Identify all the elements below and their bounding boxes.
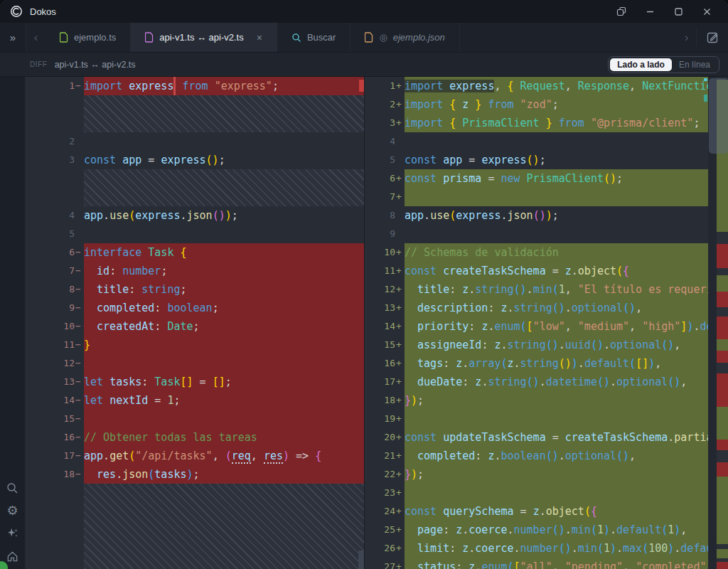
line-number-gutter: 11+: [365, 262, 405, 280]
code-line[interactable]: 15−: [26, 410, 364, 428]
diff-filler-hatch: [84, 484, 364, 569]
line-number-gutter: 13−: [26, 373, 84, 391]
line-number-gutter: 23+: [365, 484, 405, 502]
ruler-segment-deleted: [717, 373, 728, 407]
chevron-left-icon: ‹: [34, 31, 38, 45]
code-line[interactable]: 1−import express from "express";: [26, 77, 364, 95]
left-scrollbar-thumb[interactable]: [358, 551, 364, 569]
line-number-gutter: 21+: [365, 447, 405, 465]
code-line[interactable]: 17−app.get("/api/tasks", (req, res) => {: [26, 447, 364, 465]
line-number-gutter: 14+: [365, 317, 405, 336]
code-line[interactable]: 4: [365, 132, 708, 151]
line-number-gutter: 11−: [26, 336, 84, 354]
code-line[interactable]: 2+import { z } from "zod";: [365, 95, 708, 114]
code-line[interactable]: 14+ priority: z.enum(["low", "medium", "…: [365, 317, 708, 336]
line-number-gutter: 3: [26, 151, 84, 169]
code-line[interactable]: 16+ tags: z.array(z.string()).default([]…: [365, 354, 708, 373]
line-number-gutter: 5: [26, 225, 84, 243]
line-number-gutter: 25+: [365, 521, 405, 539]
code-line[interactable]: 20+const updateTaskSchema = createTaskSc…: [365, 428, 708, 447]
code-line[interactable]: 22+});: [365, 465, 708, 484]
line-number-gutter: 17−: [26, 447, 84, 465]
code-line[interactable]: 10− createdAt: Date;: [26, 317, 364, 336]
line-number-gutter: 10−: [26, 317, 84, 336]
code-line[interactable]: 6−interface Task {: [26, 243, 364, 262]
code-line[interactable]: 21+ completed: z.boolean().optional(),: [365, 447, 708, 465]
code-line[interactable]: 19+: [365, 410, 708, 428]
chevron-double-right-icon: »: [10, 31, 16, 43]
code-line[interactable]: 11−}: [26, 336, 364, 354]
code-line[interactable]: 6+const prisma = new PrismaClient();: [365, 169, 708, 188]
code-line[interactable]: 16−// Obtener todas las tareas: [26, 428, 364, 447]
toggle-inline[interactable]: En línea: [672, 58, 717, 71]
close-button[interactable]: [692, 0, 721, 23]
code-line[interactable]: 18− res.json(tasks);: [26, 465, 364, 484]
tab-ejemplo-ts[interactable]: ejemplo.ts: [46, 23, 131, 52]
settings-gear-icon[interactable]: ⚙: [6, 504, 20, 518]
code-line[interactable]: 3const app = express();: [26, 151, 364, 169]
code-line[interactable]: 15+ assigneeId: z.string().uuid().option…: [365, 336, 708, 354]
code-line[interactable]: 4app.use(express.json());: [26, 206, 364, 225]
line-number-gutter: 18+: [365, 391, 405, 410]
tab-ejemplo-json[interactable]: ◎ ejemplo.json: [350, 23, 459, 52]
nav-back-button[interactable]: ‹: [26, 23, 46, 52]
code-line[interactable]: 1+import express, { Request, Response, N…: [365, 77, 708, 95]
code-line[interactable]: 9− completed: boolean;: [26, 299, 364, 317]
line-number-gutter: 18−: [26, 465, 84, 484]
ruler-segment-added: [717, 407, 728, 440]
code-line[interactable]: 25+ page: z.coerce.number().min(1).defau…: [365, 521, 708, 539]
code-line[interactable]: 17+ dueDate: z.string().datetime().optio…: [365, 373, 708, 391]
line-number-gutter: 12−: [26, 354, 84, 373]
line-number-gutter: 2: [26, 132, 84, 151]
code-line[interactable]: 27+ status: z.enum(["all", "pending", "c…: [365, 558, 708, 569]
tab-close-icon[interactable]: ×: [257, 32, 262, 43]
tab-buscar[interactable]: Buscar: [277, 23, 350, 52]
line-number-gutter: 6+: [365, 169, 405, 188]
code-line[interactable]: 3+import { PrismaClient } from "@prisma/…: [365, 114, 708, 132]
ruler-segment-deleted: [717, 317, 728, 339]
code-line[interactable]: 24+const querySchema = z.object({: [365, 502, 708, 521]
code-line[interactable]: 5: [26, 225, 364, 243]
home-icon[interactable]: [6, 549, 20, 563]
code-line[interactable]: 8− title: string;: [26, 280, 364, 299]
code-line[interactable]: 7− id: number;: [26, 262, 364, 280]
ruler-segment-gap: [717, 307, 728, 317]
code-line[interactable]: 14−let nextId = 1;: [26, 391, 364, 410]
line-number-gutter: 16−: [26, 428, 84, 447]
line-number-gutter: 12+: [365, 280, 405, 299]
sidebar-expand-button[interactable]: »: [0, 23, 26, 52]
nav-forward-button[interactable]: ›: [677, 23, 696, 52]
scrollbar-thumb[interactable]: [709, 78, 728, 154]
sparkles-icon[interactable]: [6, 526, 20, 541]
code-line[interactable]: 26+ limit: z.coerce.number().min(1).max(…: [365, 539, 708, 558]
toggle-side-by-side[interactable]: Lado a lado: [610, 58, 672, 71]
maximize-button[interactable]: [664, 0, 692, 23]
ruler-segment-added: [717, 549, 728, 558]
line-number-gutter: 9−: [26, 299, 84, 317]
code-line[interactable]: 9: [365, 225, 708, 243]
code-line[interactable]: 5const app = express();: [365, 151, 708, 169]
code-line[interactable]: 12+ title: z.string().min(1, "El título …: [365, 280, 708, 299]
overlap-windows-icon[interactable]: [607, 0, 636, 23]
code-line[interactable]: 7+: [365, 188, 708, 206]
search-icon: [291, 33, 301, 43]
code-line[interactable]: 8app.use(express.json());: [365, 206, 708, 225]
code-line[interactable]: 13−let tasks: Task[] = [];: [26, 373, 364, 391]
code-line[interactable]: 2: [26, 132, 364, 151]
line-number-gutter: 15+: [365, 336, 405, 354]
code-line[interactable]: 13+ description: z.string().optional(),: [365, 299, 708, 317]
new-file-button[interactable]: [697, 23, 728, 52]
code-line[interactable]: 12−: [26, 354, 364, 373]
line-number-gutter: 13+: [365, 299, 405, 317]
code-line[interactable]: 18+});: [365, 391, 708, 410]
code-line[interactable]: 11+const createTaskSchema = z.object({: [365, 262, 708, 280]
tab-label: ejemplo.json: [393, 32, 445, 43]
search-icon[interactable]: [6, 481, 20, 495]
minimize-button[interactable]: [636, 0, 664, 23]
code-line[interactable]: 10+// Schemas de validación: [365, 243, 708, 262]
ruler-segment-gap: [717, 232, 728, 244]
code-line[interactable]: 23+: [365, 484, 708, 502]
tabbar-spacer: [460, 23, 677, 52]
tab-diff-api-v1-api-v2[interactable]: api-v1.ts ↔ api-v2.ts ×: [131, 23, 277, 52]
overview-cursor-mark: [704, 78, 707, 81]
